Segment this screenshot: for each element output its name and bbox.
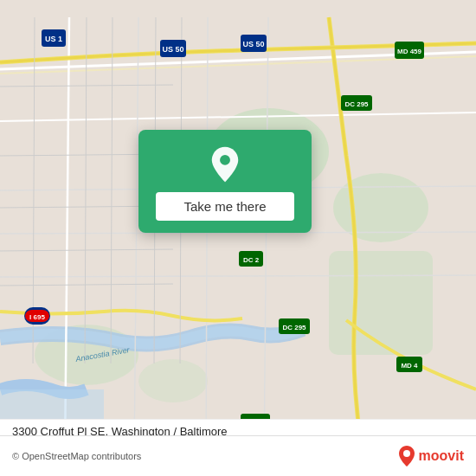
svg-point-5 xyxy=(138,359,208,402)
moovit-pin-icon xyxy=(398,445,415,467)
svg-point-49 xyxy=(220,155,230,165)
bottom-bar: © OpenStreetMap contributors moovit xyxy=(0,435,476,476)
moovit-logo: moovit xyxy=(398,445,464,467)
svg-text:US 50: US 50 xyxy=(162,45,183,54)
take-me-there-button[interactable]: Take me there xyxy=(156,192,294,221)
svg-text:MD 4: MD 4 xyxy=(401,362,418,370)
svg-rect-4 xyxy=(329,251,433,355)
svg-text:MD 459: MD 459 xyxy=(397,48,422,55)
svg-text:US 1: US 1 xyxy=(45,35,62,43)
attribution-text: © OpenStreetMap contributors xyxy=(12,451,141,461)
svg-text:DC 295: DC 295 xyxy=(282,324,306,331)
svg-point-50 xyxy=(403,450,410,457)
location-pin-icon xyxy=(206,145,244,183)
svg-text:US 50: US 50 xyxy=(242,40,264,48)
location-card: Take me there xyxy=(138,130,312,233)
svg-text:DC 295: DC 295 xyxy=(344,100,369,108)
moovit-label: moovit xyxy=(419,448,464,464)
map-background: US 1 US 50 US 50 MD 459 DC 295 DC 295 I … xyxy=(0,0,476,476)
svg-text:DC 2: DC 2 xyxy=(243,256,260,264)
map-container: US 1 US 50 US 50 MD 459 DC 295 DC 295 I … xyxy=(0,0,476,476)
svg-text:I 695: I 695 xyxy=(29,313,45,321)
